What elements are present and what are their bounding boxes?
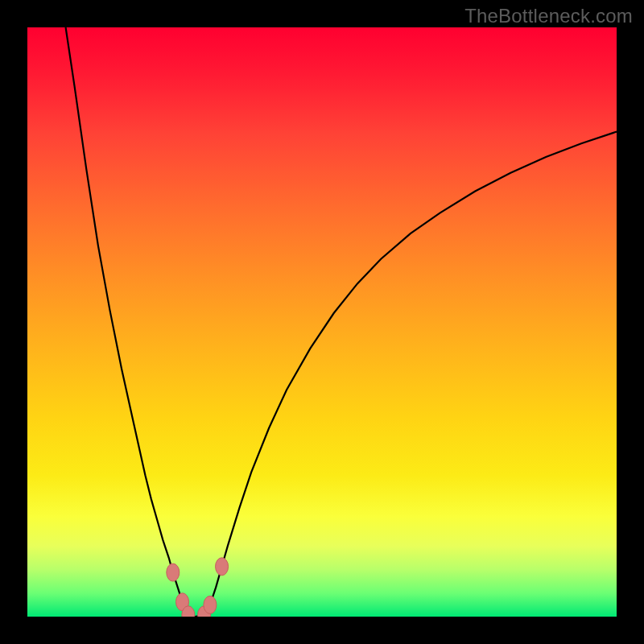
curve-marker bbox=[204, 596, 217, 613]
curve-marker bbox=[167, 564, 180, 581]
curve-markers bbox=[167, 558, 229, 617]
chart-overlay bbox=[27, 27, 617, 617]
chart-frame: TheBottleneck.com bbox=[0, 0, 644, 644]
curve-left-branch bbox=[66, 27, 196, 617]
plot-area bbox=[27, 27, 617, 617]
curve-marker bbox=[216, 558, 229, 576]
watermark-text: TheBottleneck.com bbox=[464, 5, 633, 27]
curve-right-branch bbox=[196, 132, 617, 617]
